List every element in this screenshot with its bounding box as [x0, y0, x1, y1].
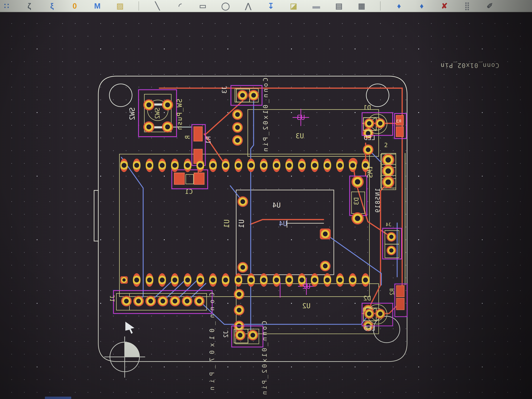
j1-ref-label: J1: [109, 295, 115, 302]
pad: [146, 273, 153, 287]
pad: [146, 296, 156, 306]
c1-ref-label: C1: [185, 188, 193, 195]
pad: [260, 158, 268, 172]
j1-value-label: Conn_01x07_Pin: [209, 292, 215, 394]
d2-value-label: LED: [364, 325, 375, 331]
pad: [171, 158, 179, 172]
u4-ref-label: U4: [272, 202, 281, 209]
d3-value-label: 1N5819: [375, 188, 381, 213]
sw1-ref-label: SW1: [366, 166, 373, 178]
pad: [133, 158, 140, 172]
j3-ref-label: J3: [221, 86, 228, 94]
pcb-editor-window: ∷ζξ0M▨╲◜▭◯⋀↧◪▬▤▦♦♦✘⣿✐: [0, 0, 532, 399]
u1-ref-label: U1: [238, 219, 245, 228]
pad: [382, 176, 394, 188]
pad: [285, 158, 293, 172]
sw2-value-label: SW_Push: [176, 99, 183, 130]
origin-target: [104, 336, 145, 378]
pad: [158, 158, 166, 172]
pad: [121, 296, 132, 306]
pad: [194, 296, 204, 306]
sw2-fab-label: SW2: [154, 108, 160, 119]
pcb-canvas[interactable]: SW2 SW2 SW_Push R R1 C1 J3 Conn_01x02_Pi…: [0, 12, 532, 399]
pad: [311, 273, 318, 287]
r2-ref-label: R2: [389, 288, 395, 295]
r3-ref-label: R3: [396, 119, 401, 123]
pad: [196, 158, 204, 172]
u1-fab-label: U1: [223, 219, 230, 228]
pad: [209, 273, 217, 287]
pad: [184, 158, 191, 172]
pad: [182, 296, 192, 306]
pad: [285, 273, 293, 287]
pad: [323, 158, 331, 172]
mounting-hole: [109, 84, 132, 107]
screen-artifact: [45, 397, 71, 399]
pad: [120, 276, 128, 284]
r1-ref-label: R1: [205, 136, 211, 144]
pad: [336, 158, 344, 172]
pad: [247, 158, 255, 172]
pad: [234, 158, 242, 172]
pad: [133, 296, 144, 306]
pad: [298, 158, 306, 172]
pad: [260, 273, 268, 287]
pad: [209, 158, 217, 172]
pad: [362, 273, 369, 287]
pad: [273, 273, 280, 287]
mounting-hole: [366, 84, 389, 107]
j2-ref-label: J2: [223, 330, 229, 338]
pad: [133, 273, 140, 287]
pad: [184, 273, 191, 287]
sw1-pin2-label: 2: [384, 142, 388, 148]
pad: [146, 158, 153, 172]
pad: [222, 273, 229, 287]
pad: [336, 273, 344, 287]
pad: [196, 273, 204, 287]
pad: [171, 273, 179, 287]
d1-value-label: LED: [364, 135, 375, 141]
u3-fab-label: U3: [296, 133, 304, 139]
pad: [120, 158, 128, 172]
d2-ref-label: D2: [363, 295, 371, 301]
pad: [311, 158, 318, 172]
j4-ref-label: J4: [386, 222, 391, 227]
pad: [349, 273, 356, 287]
pad: [323, 273, 331, 287]
r1-fab-label: R: [184, 135, 190, 139]
u2-ref-label: U2: [302, 283, 310, 290]
u3-ref-label: U3: [297, 114, 305, 121]
u4-fab-label: U4: [279, 220, 287, 227]
pad: [170, 296, 180, 306]
conn-topright-label: Conn_01x02_Pin: [440, 62, 499, 69]
d3-ref-label: D3: [353, 197, 359, 205]
pad: [158, 296, 168, 306]
u2-fab-label: U2: [302, 302, 310, 309]
j2-value-label: Conn_01x02_Pin: [261, 321, 268, 397]
pad: [273, 158, 280, 172]
pad: [349, 158, 356, 172]
j3-value-label: Conn_01x02_Pin: [262, 78, 269, 153]
pad: [222, 158, 229, 172]
board-edge-tab: [94, 190, 98, 241]
pad: [247, 273, 255, 287]
d1-ref-label: D1: [363, 104, 371, 111]
sw2-ref-label: SW2: [129, 107, 136, 120]
pad: [158, 273, 166, 287]
pad: [234, 273, 242, 287]
